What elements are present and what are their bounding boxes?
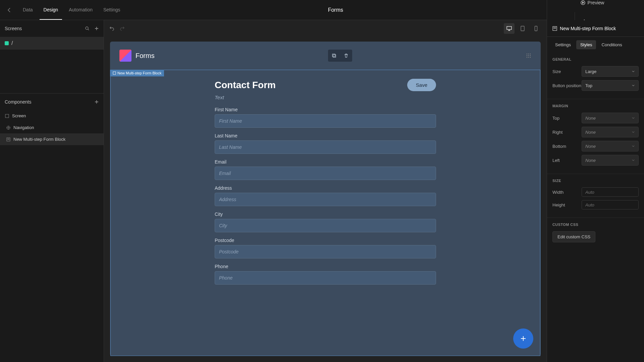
- tab-conditions[interactable]: Conditions: [597, 40, 626, 49]
- city-input[interactable]: [215, 219, 436, 232]
- duplicate-button[interactable]: [328, 50, 340, 62]
- redo-button[interactable]: [119, 26, 125, 31]
- navigation-icon: [6, 125, 11, 130]
- field-label: Phone: [215, 264, 436, 269]
- phone-input[interactable]: [215, 271, 436, 285]
- svg-rect-8: [521, 26, 524, 31]
- svg-point-12: [527, 54, 527, 54]
- button-position-label: Button position: [552, 83, 581, 88]
- margin-right-select[interactable]: None: [582, 127, 639, 137]
- undo-icon: [109, 26, 115, 31]
- button-position-select[interactable]: Top: [582, 80, 639, 91]
- app-logo: [119, 50, 131, 62]
- component-form-block[interactable]: New Multi-step Form Block: [0, 133, 104, 145]
- email-input[interactable]: [215, 167, 436, 180]
- search-screens-button[interactable]: [85, 26, 90, 31]
- tab-styles[interactable]: Styles: [576, 40, 596, 49]
- fab-add-button[interactable]: [513, 328, 533, 349]
- margin-top-select[interactable]: None: [582, 113, 639, 123]
- nav-automation[interactable]: Automation: [65, 0, 97, 20]
- section-css-heading: Custom CSS: [552, 223, 639, 227]
- svg-rect-4: [5, 114, 9, 118]
- delete-button[interactable]: [340, 50, 352, 62]
- nav-data[interactable]: Data: [19, 0, 37, 20]
- margin-left-select[interactable]: None: [582, 155, 639, 166]
- chevron-down-icon: [632, 159, 635, 162]
- svg-rect-7: [507, 26, 512, 29]
- field-label: First Name: [215, 107, 436, 112]
- size-select[interactable]: Large: [582, 66, 639, 77]
- selected-component-title: New Multi-step Form Block: [560, 26, 616, 31]
- device-tablet-button[interactable]: [517, 23, 528, 34]
- preview-button[interactable]: Preview: [580, 0, 604, 5]
- section-margin-heading: Margin: [552, 104, 639, 108]
- address-input[interactable]: [215, 193, 436, 206]
- device-desktop-button[interactable]: [504, 23, 515, 34]
- last-name-input[interactable]: [215, 140, 436, 154]
- trash-icon: [344, 53, 348, 58]
- field-label: Email: [215, 159, 436, 165]
- svg-point-14: [530, 54, 531, 54]
- width-input[interactable]: [582, 187, 639, 197]
- screens-heading: Screens: [5, 26, 22, 31]
- mobile-icon: [533, 26, 539, 31]
- plus-icon: [94, 100, 99, 104]
- field-label: Address: [215, 185, 436, 191]
- screen-color-swatch: [5, 41, 9, 45]
- chevron-down-icon: [632, 84, 635, 87]
- app-title: Forms: [136, 52, 155, 60]
- size-label: Size: [552, 69, 561, 74]
- height-input[interactable]: [582, 200, 639, 209]
- svg-rect-10: [333, 55, 336, 57]
- svg-point-19: [528, 57, 529, 58]
- svg-rect-21: [113, 72, 116, 74]
- svg-point-20: [530, 57, 531, 58]
- postcode-input[interactable]: [215, 245, 436, 258]
- tab-settings[interactable]: Settings: [551, 40, 575, 49]
- nav-settings[interactable]: Settings: [99, 0, 124, 20]
- save-button[interactable]: Save: [407, 79, 436, 91]
- form-block-icon: [113, 71, 116, 75]
- plus-icon: [520, 335, 527, 342]
- app-menu-button[interactable]: [526, 53, 531, 58]
- svg-point-13: [528, 54, 529, 54]
- form-block[interactable]: Contact Form Save Text First Name Last N…: [110, 70, 540, 356]
- svg-point-18: [527, 57, 527, 58]
- svg-rect-11: [332, 54, 335, 57]
- screen-item-root[interactable]: /: [0, 37, 104, 50]
- form-block-icon: [6, 137, 11, 142]
- section-general-heading: General: [552, 57, 639, 61]
- back-button[interactable]: [0, 7, 19, 13]
- component-navigation[interactable]: Navigation: [0, 122, 104, 133]
- field-label: City: [215, 212, 436, 217]
- svg-rect-9: [535, 26, 537, 31]
- margin-bottom-select[interactable]: None: [582, 141, 639, 152]
- field-label: Postcode: [215, 238, 436, 243]
- device-mobile-button[interactable]: [531, 23, 541, 34]
- edit-css-button[interactable]: Edit custom CSS: [552, 231, 595, 242]
- chevron-down-icon: [632, 116, 635, 120]
- screen-icon: [5, 114, 9, 118]
- grid-icon: [526, 53, 531, 58]
- svg-point-15: [527, 55, 527, 56]
- redo-icon: [119, 26, 125, 31]
- plus-icon: [94, 26, 99, 31]
- undo-button[interactable]: [109, 26, 115, 31]
- section-size-heading: Size: [552, 179, 639, 183]
- component-screen[interactable]: Screen: [0, 110, 104, 122]
- field-label: Last Name: [215, 133, 436, 138]
- components-heading: Components: [5, 99, 31, 105]
- page-title: Forms: [124, 7, 547, 13]
- nav-design[interactable]: Design: [40, 0, 62, 20]
- add-component-button[interactable]: [94, 100, 99, 104]
- chevron-down-icon: [632, 130, 635, 134]
- play-circle-icon: [580, 0, 586, 5]
- first-name-input[interactable]: [215, 114, 436, 128]
- svg-point-17: [530, 55, 531, 56]
- copy-icon: [332, 53, 336, 58]
- add-screen-button[interactable]: [94, 26, 99, 31]
- block-tag[interactable]: New Multi-step Form Block: [110, 70, 164, 76]
- svg-point-3: [86, 27, 88, 29]
- desktop-icon: [506, 26, 512, 31]
- arrow-left-icon: [7, 7, 12, 13]
